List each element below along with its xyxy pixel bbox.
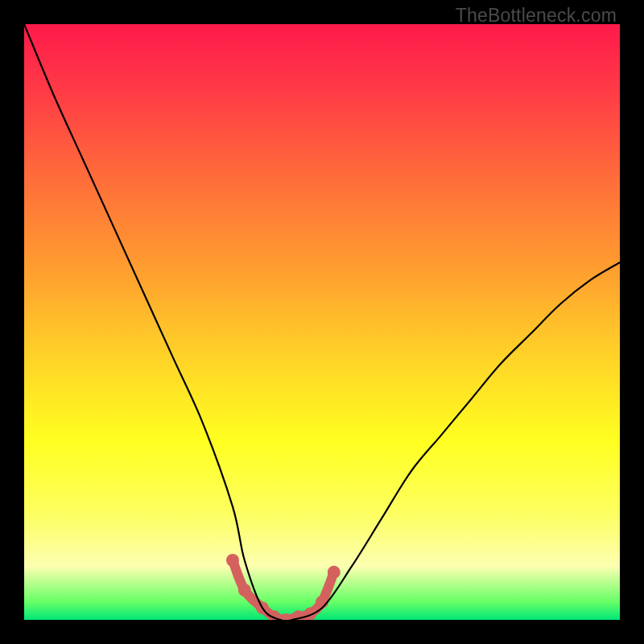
plot-area bbox=[24, 24, 620, 620]
chart-frame: TheBottleneck.com bbox=[0, 0, 644, 644]
marker-dot bbox=[238, 584, 251, 597]
bottleneck-curve bbox=[24, 24, 620, 620]
marker-dot bbox=[328, 566, 341, 579]
watermark-text: TheBottleneck.com bbox=[456, 5, 617, 27]
marker-band bbox=[226, 554, 341, 620]
chart-svg bbox=[24, 24, 620, 620]
marker-dot bbox=[226, 554, 239, 567]
